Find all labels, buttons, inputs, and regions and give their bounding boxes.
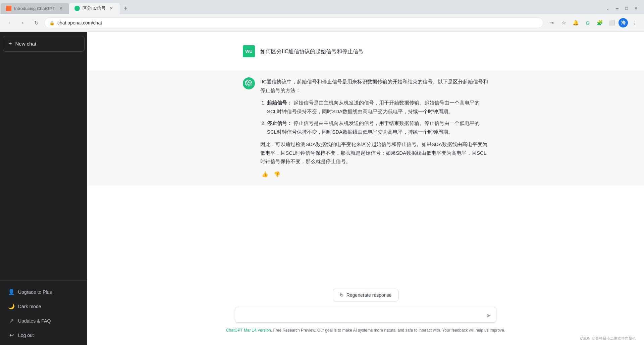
sidebar-item-logout[interactable]: ↩ Log out (3, 328, 85, 342)
address-bar[interactable]: 🔒 chat.openai.com/chat (44, 17, 543, 28)
sidebar-top: + New chat (0, 32, 87, 56)
updates-icon: ↗ (8, 318, 15, 324)
close-window-button[interactable]: ✕ (632, 4, 640, 12)
user-avatar: WU (243, 45, 255, 57)
assistant-content: IIC通信协议中，起始信号和停止信号是用来标识数据传输的开始和结束的信号。以下是… (260, 77, 488, 179)
browser-chrome: Introducing ChatGPT ✕ 区分IIC信号 ✕ + ⌄ ─ □ … (0, 0, 644, 32)
menu-button[interactable]: ⋮ (629, 17, 640, 28)
tab-favicon-2 (74, 6, 80, 11)
upgrade-label: Upgrade to Plus (18, 289, 52, 295)
address-bar-row: ‹ › ↻ 🔒 chat.openai.com/chat ⇥ ☆ 🔔 G 🧩 ⬜… (0, 14, 644, 31)
assistant-message-wrapper: IIC通信协议中，起始信号和停止信号是用来标识数据传输的开始和结束的信号。以下是… (87, 71, 644, 186)
item2-title: 停止信号： (267, 120, 292, 126)
address-text: chat.openai.com/chat (57, 20, 538, 25)
cast-button[interactable]: ⇥ (546, 17, 557, 28)
bookmark-button[interactable]: ☆ (558, 17, 569, 28)
logout-label: Log out (18, 333, 34, 338)
tab-close-1[interactable]: ✕ (58, 5, 64, 11)
tab-label-1: Introducing ChatGPT (14, 6, 55, 11)
regenerate-label: Regenerate response (346, 292, 392, 298)
version-link[interactable]: ChatGPT Mar 14 Version (226, 328, 271, 333)
tab-favicon-1 (6, 6, 11, 11)
new-chat-button[interactable]: + New chat (3, 36, 85, 52)
app: + New chat 👤 Upgrade to Plus 🌙 Dark mode… (0, 32, 644, 345)
input-row: ➤ (235, 307, 496, 324)
tab-close-2[interactable]: ✕ (108, 5, 114, 11)
updates-label: Updates & FAQ (18, 318, 51, 324)
item1-title: 起始信号： (267, 100, 292, 106)
footer-disclaimer: ChatGPT Mar 14 Version. Free Research Pr… (95, 325, 636, 335)
sidebar-button[interactable]: ⬜ (606, 17, 617, 28)
sidebar-item-updates[interactable]: ↗ Updates & FAQ (3, 314, 85, 328)
regenerate-button[interactable]: ↻ Regenerate response (333, 289, 399, 301)
logout-icon: ↩ (8, 332, 15, 338)
sidebar: + New chat 👤 Upgrade to Plus 🌙 Dark mode… (0, 32, 87, 345)
chat-input[interactable] (235, 307, 496, 323)
lock-icon: 🔒 (49, 20, 55, 25)
footer-brand: CSDN @鲁棒最小二乘支持向量机 (95, 335, 636, 342)
tab-label-2: 区分IIC信号 (83, 5, 106, 11)
chat-area: WU 如何区分IIC通信协议的起始信号和停止信号 IIC通信协议中，起始信号和停… (87, 32, 644, 283)
assistant-list: 起始信号： 起始信号是由主机向从机发送的信号，用于开始数据传输。起始信号由一个高… (260, 98, 488, 136)
back-button[interactable]: ‹ (4, 17, 15, 28)
assistant-actions: 👍 👎 (260, 170, 488, 179)
assistant-conclusion: 因此，可以通过检测SDA数据线的电平变化来区分起始信号和停止信号。如果SDA数据… (260, 140, 488, 166)
list-item-2: 停止信号： 停止信号是由主机向从机发送的信号，用于结束数据传输。停止信号由一个低… (267, 119, 488, 136)
sidebar-spacer (0, 56, 87, 279)
upgrade-icon: 👤 (8, 289, 15, 295)
assistant-message: IIC通信协议中，起始信号和停止信号是用来标识数据传输的开始和结束的信号。以下是… (235, 71, 496, 186)
extension-grammarly[interactable]: G (582, 17, 593, 28)
list-item-1: 起始信号： 起始信号是由主机向从机发送的信号，用于开始数据传输。起始信号由一个高… (267, 98, 488, 116)
openai-logo-icon (245, 80, 253, 87)
main-content: WU 如何区分IIC通信协议的起始信号和停止信号 IIC通信协议中，起始信号和停… (87, 32, 644, 345)
tab-bar: Introducing ChatGPT ✕ 区分IIC信号 ✕ + ⌄ ─ □ … (0, 0, 644, 14)
minimize-button[interactable]: ─ (613, 4, 621, 12)
tab-list-button[interactable]: ⌄ (604, 4, 612, 12)
user-message-text: 如何区分IIC通信协议的起始信号和停止信号 (260, 45, 364, 56)
reload-button[interactable]: ↻ (31, 17, 42, 28)
new-tab-button[interactable]: + (121, 4, 130, 13)
send-icon: ➤ (486, 312, 491, 319)
tab-iic[interactable]: 区分IIC信号 ✕ (69, 3, 120, 14)
plus-icon: + (8, 40, 12, 47)
user-message-container: WU 如何区分IIC通信协议的起始信号和停止信号 (235, 32, 496, 71)
assistant-avatar (243, 77, 255, 89)
regenerate-icon: ↻ (340, 292, 344, 298)
profile-button[interactable]: 海 (619, 18, 628, 27)
send-button[interactable]: ➤ (485, 310, 492, 321)
item2-content: 停止信号是由主机向从机发送的信号，用于结束数据传输。停止信号由一个低电平的SCL… (267, 120, 480, 135)
darkmode-icon: 🌙 (8, 303, 15, 309)
tab-controls: ⌄ ─ □ ✕ (600, 4, 644, 12)
bottom-area: ↻ Regenerate response ➤ ChatGPT Mar 14 V… (87, 283, 644, 345)
darkmode-label: Dark mode (18, 304, 41, 309)
user-message: WU 如何区分IIC通信协议的起始信号和停止信号 (243, 39, 488, 64)
user-avatar-initials: WU (245, 49, 253, 54)
forward-button[interactable]: › (17, 17, 28, 28)
tab-introducing-chatgpt[interactable]: Introducing ChatGPT ✕ (1, 3, 69, 14)
item1-content: 起始信号是由主机向从机发送的信号，用于开始数据传输。起始信号由一个高电平的SCL… (267, 100, 480, 114)
new-chat-label: New chat (15, 41, 37, 47)
sidebar-divider (0, 280, 87, 281)
thumbs-up-button[interactable]: 👍 (260, 170, 270, 179)
toolbar-right: ⇥ ☆ 🔔 G 🧩 ⬜ 海 ⋮ (546, 17, 640, 28)
sidebar-bottom: 👤 Upgrade to Plus 🌙 Dark mode ↗ Updates … (0, 282, 87, 345)
sidebar-item-darkmode[interactable]: 🌙 Dark mode (3, 299, 85, 314)
thumbs-down-button[interactable]: 👎 (272, 170, 282, 179)
notifications-button[interactable]: 🔔 (570, 17, 581, 28)
assistant-intro: IIC通信协议中，起始信号和停止信号是用来标识数据传输的开始和结束的信号。以下是… (260, 77, 488, 94)
disclaimer-text: . Free Research Preview. Our goal is to … (271, 328, 505, 333)
extensions-button[interactable]: 🧩 (594, 17, 605, 28)
regenerate-container: ↻ Regenerate response (95, 289, 636, 301)
maximize-button[interactable]: □ (623, 4, 631, 12)
sidebar-item-upgrade[interactable]: 👤 Upgrade to Plus (3, 285, 85, 299)
